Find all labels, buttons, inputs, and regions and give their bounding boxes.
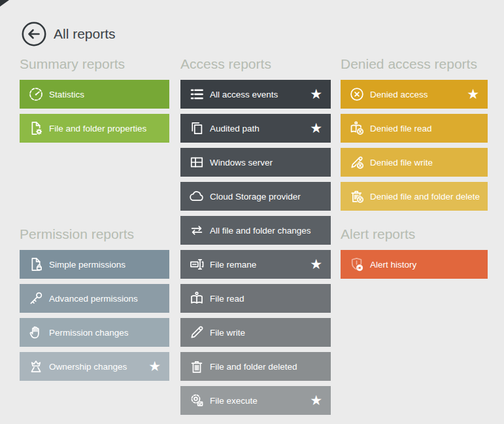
- tile-label: All access events: [210, 90, 278, 99]
- favorite-star-icon[interactable]: ★: [310, 258, 331, 272]
- section-title-permission-reports: Permission reports: [20, 226, 169, 242]
- favorite-star-icon[interactable]: ★: [310, 88, 331, 101]
- tile-file-and-folder-properties[interactable]: File and folder properties: [20, 114, 169, 143]
- gauge-icon: [27, 86, 44, 103]
- tile-label: Denied file and folder delete: [370, 192, 480, 202]
- section-title-alert-reports: Alert reports: [341, 226, 488, 242]
- rename-icon: [188, 256, 205, 273]
- circle-x-icon: [348, 86, 365, 103]
- section-denied-access-reports: Denied access reportsDenied access★Denie…: [341, 56, 488, 72]
- page-title: All reports: [54, 26, 116, 42]
- tile-label: Simple permissions: [49, 260, 126, 270]
- tile-label: File and folder deleted: [210, 362, 297, 372]
- document-gear-icon: [27, 120, 44, 137]
- tile-label: Denied file write: [370, 158, 433, 168]
- tile-label: File read: [210, 294, 244, 304]
- arrow-left-circle-icon: [22, 22, 46, 46]
- section-permission-reports: Permission reportsSimple permissionsAdva…: [20, 226, 169, 242]
- trash-x-icon: [348, 188, 365, 205]
- shield-alert-history-icon: [348, 256, 365, 273]
- tile-label: Alert history: [370, 260, 416, 270]
- section-alert-reports: Alert reportsAlert history: [341, 226, 488, 242]
- section-summary-reports: Summary reportsStatisticsFile and folder…: [20, 56, 169, 72]
- trash-icon: [188, 358, 205, 375]
- tile-alert-history[interactable]: Alert history: [341, 250, 488, 279]
- tile-statistics[interactable]: Statistics: [20, 80, 169, 109]
- book-reader-icon: [188, 290, 205, 307]
- list-icon: [188, 86, 205, 103]
- tile-label: Advanced permissions: [49, 294, 138, 304]
- tile-denied-file-and-folder-delete[interactable]: Denied file and folder delete: [341, 182, 488, 211]
- tile-permission-changes[interactable]: Permission changes: [20, 318, 169, 347]
- tile-simple-permissions[interactable]: Simple permissions: [20, 250, 169, 279]
- book-x-icon: [348, 120, 365, 137]
- page-header: All reports: [22, 22, 116, 46]
- key-icon: [27, 290, 44, 307]
- favorite-star-icon[interactable]: ★: [148, 360, 169, 374]
- document-lock-icon: [27, 256, 44, 273]
- tile-label: Statistics: [49, 90, 84, 99]
- sync-arrows-icon: [188, 222, 205, 239]
- section-title-access-reports: Access reports: [180, 56, 331, 72]
- tile-file-execute[interactable]: File execute★: [180, 386, 331, 415]
- tile-label: Audited path: [210, 124, 260, 133]
- cloud-icon: [188, 188, 205, 205]
- favorite-star-icon[interactable]: ★: [467, 88, 488, 101]
- pencil-icon: [188, 324, 205, 341]
- tile-label: All file and folder changes: [210, 226, 311, 236]
- windows-icon: [188, 154, 205, 171]
- crown-icon: [27, 358, 44, 375]
- copy-icon: [188, 120, 205, 137]
- tile-denied-file-write[interactable]: Denied file write: [341, 148, 488, 177]
- tile-label: File remane: [210, 260, 256, 270]
- all-reports-page: All reports Summary reportsStatisticsFil…: [0, 0, 504, 424]
- tile-file-read[interactable]: File read: [180, 284, 331, 313]
- tile-label: Ownership changes: [49, 362, 127, 372]
- tile-all-file-and-folder-changes[interactable]: All file and folder changes: [180, 216, 331, 245]
- tile-file-and-folder-deleted[interactable]: File and folder deleted: [180, 352, 331, 381]
- tile-label: File execute: [210, 396, 258, 406]
- tile-windows-server[interactable]: Windows server: [180, 148, 331, 177]
- tile-label: Denied file read: [370, 124, 432, 133]
- tile-ownership-changes[interactable]: Ownership changes★: [20, 352, 169, 381]
- tile-label: Permission changes: [49, 328, 129, 338]
- section-title-summary-reports: Summary reports: [20, 56, 169, 72]
- favorite-star-icon[interactable]: ★: [310, 122, 331, 135]
- tile-label: File write: [210, 328, 245, 338]
- corner-mark: [0, 0, 9, 7]
- tile-all-access-events[interactable]: All access events★: [180, 80, 331, 109]
- tile-label: File and folder properties: [49, 124, 146, 133]
- hand-icon: [27, 324, 44, 341]
- favorite-star-icon[interactable]: ★: [310, 394, 331, 408]
- tile-cloud-storage-provider[interactable]: Cloud Storage provider: [180, 182, 331, 211]
- tile-denied-access[interactable]: Denied access★: [341, 80, 488, 109]
- tile-label: Denied access: [370, 90, 428, 99]
- tile-audited-path[interactable]: Audited path★: [180, 114, 331, 143]
- gear-check-icon: [188, 392, 205, 409]
- tile-file-remane[interactable]: File remane★: [180, 250, 331, 279]
- tile-label: Cloud Storage provider: [210, 192, 301, 202]
- section-access-reports: Access reportsAll access events★Audited …: [180, 56, 331, 72]
- tile-file-write[interactable]: File write: [180, 318, 331, 347]
- back-button[interactable]: [22, 22, 46, 46]
- tile-advanced-permissions[interactable]: Advanced permissions: [20, 284, 169, 313]
- tile-denied-file-read[interactable]: Denied file read: [341, 114, 488, 143]
- section-title-denied-access-reports: Denied access reports: [341, 56, 488, 72]
- tile-label: Windows server: [210, 158, 273, 168]
- pencil-x-icon: [348, 154, 365, 171]
